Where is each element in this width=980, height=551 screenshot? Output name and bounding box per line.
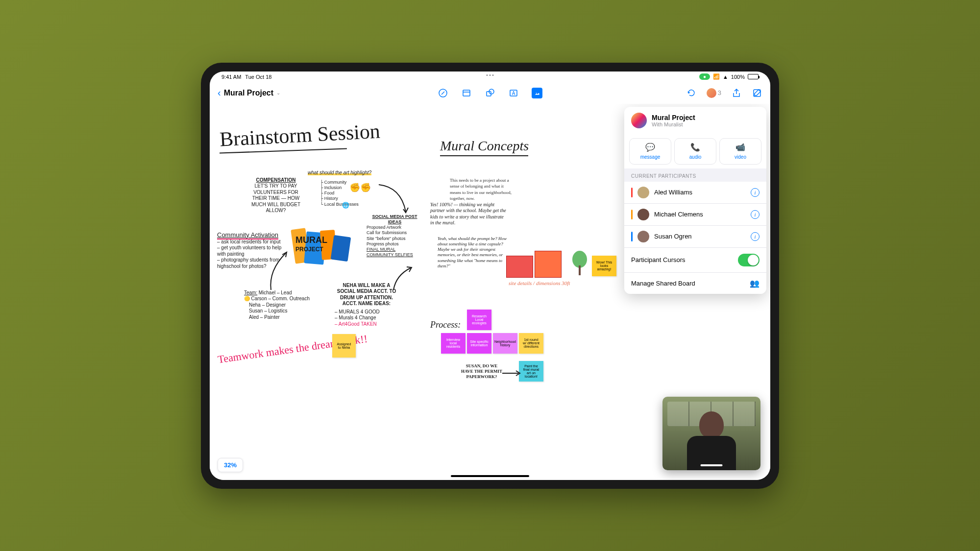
participants-section-header: CURRENT PARTICIPANTS xyxy=(624,168,766,182)
participant-color-bar xyxy=(631,232,633,241)
participant-cursors-toggle-row: Participant Cursors xyxy=(624,248,766,273)
text-tool-icon[interactable]: A xyxy=(508,88,519,98)
signal-icon: 📶 xyxy=(713,73,720,80)
svg-point-8 xyxy=(536,92,537,93)
zoom-level-button[interactable]: 32% xyxy=(218,458,243,472)
site-details-note[interactable]: site details / dimensions 30ft xyxy=(509,280,570,286)
participant-color-bar xyxy=(631,210,633,219)
status-bar: 9:41 AM Tue Oct 18 ● 📶 ▲ 100% xyxy=(210,72,770,82)
pen-tool-icon[interactable] xyxy=(438,88,448,98)
status-time: 9:41 AM xyxy=(221,74,241,80)
toggle-label: Participant Cursors xyxy=(631,256,686,264)
globe-icon-sticker[interactable]: 🌐 xyxy=(342,202,349,209)
facetime-pip-window[interactable] xyxy=(662,397,760,470)
toolbar: A xyxy=(438,88,542,98)
undo-icon[interactable] xyxy=(686,88,697,98)
participant-row[interactable]: Susan Ogren i xyxy=(624,226,766,248)
participant-count: 3 xyxy=(718,89,721,96)
share-icon[interactable] xyxy=(731,88,742,98)
document-title[interactable]: Mural Project xyxy=(224,89,273,97)
status-date: Tue Oct 18 xyxy=(245,74,271,80)
arrow-connector-icon xyxy=(376,182,416,221)
collaboration-icon: 👥 xyxy=(750,279,760,288)
canvas-title-concepts: Mural Concepts xyxy=(440,138,529,154)
sticky-note-tool-icon[interactable] xyxy=(461,88,472,98)
prompt-idea-note[interactable]: Yeah, what should the prompt be? How abo… xyxy=(438,236,511,269)
collab-subtitle: With Muralist xyxy=(652,121,695,127)
yes-response-note[interactable]: Yes! 100%! — thinking we might partner w… xyxy=(430,202,506,226)
arrow-connector-icon xyxy=(391,265,416,295)
intro-text-block[interactable]: This needs to be a project about a sense… xyxy=(450,177,514,202)
board-avatar-icon xyxy=(631,113,647,128)
shape-tool-icon[interactable] xyxy=(485,88,495,98)
battery-percent: 100% xyxy=(731,74,745,80)
home-indicator[interactable] xyxy=(451,475,529,477)
participant-row[interactable]: Michael Clemens i xyxy=(624,204,766,226)
video-icon: 📹 xyxy=(722,143,759,152)
fist-emoji-sticker[interactable]: ✊✊ xyxy=(349,182,371,193)
sticky-assigned-neha[interactable]: Assigned to Neha xyxy=(332,334,356,358)
info-icon[interactable]: i xyxy=(751,210,760,219)
sticky-first-round[interactable]: 1st round w/ different directions xyxy=(519,333,543,354)
svg-rect-1 xyxy=(463,90,470,96)
participants-button[interactable]: 3 xyxy=(707,88,721,98)
sticky-site-info[interactable]: Site specific information xyxy=(467,333,491,354)
highlight-question[interactable]: what should the art highlight? xyxy=(308,170,381,176)
ipad-device-frame: 9:41 AM Tue Oct 18 ● 📶 ▲ 100% ‹ Mural Pr… xyxy=(201,63,779,489)
mural-project-logo[interactable]: MURALPROJECT xyxy=(291,226,349,270)
battery-icon xyxy=(748,74,759,79)
phone-icon: 📞 xyxy=(677,143,714,152)
compose-icon[interactable] xyxy=(752,88,762,98)
camera-active-pill[interactable]: ● xyxy=(699,73,710,80)
collab-panel-header: Mural Project With Muralist xyxy=(624,107,766,134)
back-button[interactable]: ‹ xyxy=(218,87,221,98)
arrow-connector-icon xyxy=(266,251,295,295)
participant-cursors-toggle[interactable] xyxy=(738,254,760,266)
building-sketch[interactable] xyxy=(506,241,589,280)
message-icon: 💬 xyxy=(632,143,669,152)
participant-row[interactable]: Aled Williams i xyxy=(624,182,766,204)
apple-pencil-icon xyxy=(701,464,723,466)
video-button[interactable]: 📹 video xyxy=(719,138,761,165)
sticky-neighborhood[interactable]: Neighborhood history xyxy=(493,333,517,354)
canvas-title-brainstorm: Brainstorm Session xyxy=(219,119,381,151)
svg-text:A: A xyxy=(512,91,515,96)
collaboration-panel: Mural Project With Muralist 💬 message 📞 … xyxy=(624,107,766,294)
info-icon[interactable]: i xyxy=(751,188,760,197)
avatar-icon xyxy=(637,187,649,198)
collab-title: Mural Project xyxy=(652,114,695,121)
info-icon[interactable]: i xyxy=(751,232,760,241)
audio-button[interactable]: 📞 audio xyxy=(674,138,716,165)
compensation-note[interactable]: COMPENSATION LET'S TRY TO PAY VOLUNTEERS… xyxy=(249,177,303,214)
sticky-research[interactable]: Research Local ecologies xyxy=(467,310,491,330)
video-participant xyxy=(685,411,738,470)
app-header: ‹ Mural Project ⌄ A 3 xyxy=(210,82,770,104)
sticky-wow[interactable]: Wow! This looks amazing! xyxy=(592,256,616,276)
participant-color-bar xyxy=(631,188,633,197)
media-tool-icon[interactable] xyxy=(532,88,542,98)
video-icon: ● xyxy=(703,74,706,79)
process-heading[interactable]: Process: xyxy=(430,319,461,331)
multitasking-grabber-icon[interactable] xyxy=(487,74,494,76)
freeform-canvas[interactable]: Brainstorm Session Mural Concepts COMPEN… xyxy=(210,104,770,480)
avatar-icon xyxy=(637,209,649,220)
manage-shared-board-button[interactable]: Manage Shared Board 👥 xyxy=(624,273,766,294)
wifi-icon: ▲ xyxy=(723,74,728,80)
neha-account-note[interactable]: NEHA WILL MAKE A SOCIAL MEDIA ACCT. TO D… xyxy=(335,283,398,328)
avatar-icon xyxy=(707,88,716,98)
arrow-connector-icon xyxy=(501,368,523,378)
sticky-interview[interactable]: Interview local residents xyxy=(441,333,466,354)
ipad-screen: 9:41 AM Tue Oct 18 ● 📶 ▲ 100% ‹ Mural Pr… xyxy=(210,72,770,480)
message-button[interactable]: 💬 message xyxy=(629,138,671,165)
susan-permit-note[interactable]: SUSAN, DO WE HAVE THE PERMIT PAPERWORK? xyxy=(460,363,504,380)
chevron-down-icon[interactable]: ⌄ xyxy=(276,90,280,96)
underline-decoration xyxy=(440,155,528,156)
avatar-icon xyxy=(637,231,649,242)
